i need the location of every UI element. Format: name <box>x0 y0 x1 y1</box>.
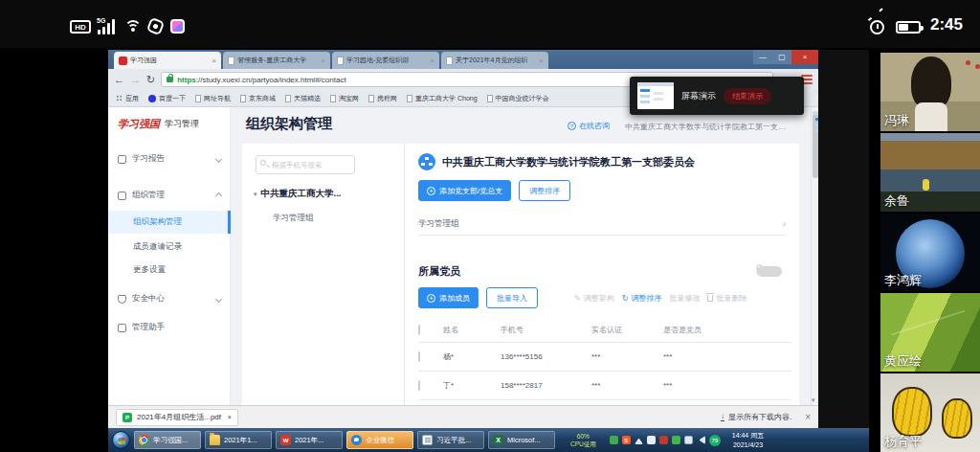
page-title: 组织架构管理 <box>246 115 332 133</box>
page-icon <box>330 95 336 102</box>
chrome-icon <box>139 435 149 445</box>
sogou-icon[interactable]: S <box>622 436 631 444</box>
reload-icon[interactable]: ↻ <box>146 74 155 86</box>
taskbar-excel-button[interactable]: X Microsof... <box>488 431 555 449</box>
participant-video[interactable]: 余鲁 <box>880 133 980 212</box>
participant-video[interactable]: 冯琳 <box>880 53 980 131</box>
bookmark-ctbu[interactable]: 重庆工商大学 Chong <box>407 94 478 103</box>
start-button[interactable] <box>112 431 130 449</box>
col-phone: 手机号 <box>501 325 591 335</box>
col-name: 姓名 <box>443 325 501 335</box>
bookmark-ctrip[interactable]: 携程网 <box>368 94 397 103</box>
taskbar-chrome-button[interactable]: 学习强国... <box>134 431 201 449</box>
tray-green-badge[interactable]: 79 <box>709 435 721 446</box>
maximize-button[interactable]: ▢ <box>772 50 791 64</box>
org-header: 中共重庆工商大学数学与统计学院教工第一支部委员会 <box>418 153 695 170</box>
sidebar-item-invite-records[interactable]: 成员邀请记录 <box>108 236 231 259</box>
close-button[interactable]: × <box>791 50 818 64</box>
group-row[interactable]: 学习管理组 › <box>418 213 786 236</box>
caret-down-icon[interactable]: ▾ <box>228 414 232 421</box>
sidebar-item-admin-assistant[interactable]: 管理助手 <box>108 316 231 339</box>
wechat-icon[interactable] <box>672 436 680 444</box>
batch-delete-link[interactable]: 批量删除 <box>707 293 746 304</box>
bell-icon[interactable] <box>647 436 656 444</box>
members-table: 姓名 手机号 实名认证 是否是党员 杨* 136****5156 *** *** <box>418 318 791 400</box>
sidebar-item-more-settings[interactable]: 更多设置 <box>108 259 231 282</box>
scrollbar-thumb[interactable] <box>813 111 818 178</box>
speaker-icon[interactable] <box>697 436 705 444</box>
bookmark-taobao[interactable]: 淘宝网 <box>330 94 359 103</box>
table-row[interactable]: 杨* 136****5156 *** *** <box>418 343 791 372</box>
tree-root-node[interactable]: ▾ 中共重庆工商大学... <box>254 188 341 200</box>
scroll-down-icon[interactable]: ▾ <box>812 396 815 404</box>
select-all-checkbox[interactable] <box>418 325 420 335</box>
adjust-structure-link[interactable]: ✎ 调整架构 <box>574 293 614 304</box>
batch-import-button[interactable]: 批量导入 <box>486 287 538 308</box>
bookmark-tmall[interactable]: 天猫精选 <box>285 94 321 103</box>
screen-share-overlay: 屏幕演示 结束演示 ⟋ <box>630 77 804 115</box>
taskbar-wecom-button[interactable]: 企业微信 <box>346 431 413 449</box>
tab-close-icon[interactable]: × <box>212 56 216 65</box>
cell-is-member: *** <box>663 381 791 390</box>
tray-security-icon[interactable] <box>659 436 668 444</box>
tray-battery-icon[interactable] <box>610 436 618 444</box>
participant-video[interactable]: 黄应绘 <box>880 293 980 372</box>
url-text: ://study.xuexi.cn/partyoa/index.html#/co… <box>196 76 346 84</box>
online-consult-link[interactable]: ? 在线咨询 <box>568 121 610 131</box>
tray-expand-icon[interactable] <box>635 436 643 444</box>
sidebar-item-org-structure[interactable]: 组织架构管理 <box>108 211 231 234</box>
taskbar-doc-button[interactable]: 习近平批... <box>417 431 484 449</box>
adjust-sort-link[interactable]: ↻ 调整排序 <box>622 293 662 304</box>
page-scrollbar[interactable]: ▾ <box>811 107 818 405</box>
bookmark-baidu[interactable]: 百度一下 <box>148 94 186 103</box>
header-org-text: 中共重庆工商大学数学与统计学院教工第一支… <box>625 122 802 132</box>
network-monitor-icon[interactable] <box>684 436 693 444</box>
bookmark-nav[interactable]: 网址导航 <box>195 94 231 103</box>
forward-icon[interactable]: → <box>130 74 141 85</box>
taskbar-clock[interactable]: 14:44 周五 2021/4/23 <box>732 431 764 448</box>
tab-study-garden[interactable]: 学习园地-党委组织部 × <box>332 52 439 69</box>
row-checkbox[interactable] <box>418 351 420 362</box>
tab-title: 学习园地-党委组织部 <box>346 56 409 65</box>
back-icon[interactable]: ← <box>114 74 124 85</box>
esim-app-icon <box>170 19 185 34</box>
tree-child-node[interactable]: 学习管理组 <box>273 213 314 224</box>
tab-close-icon[interactable]: × <box>321 56 325 65</box>
participant-video[interactable]: 杨育平 <box>880 373 980 452</box>
tab-close-icon[interactable]: × <box>430 56 434 65</box>
download-chip[interactable]: P 2021年4月组织生活...pdf ▾ <box>116 409 238 426</box>
baidu-icon <box>148 95 156 102</box>
show-all-downloads-link[interactable]: ↓ 显示所有下载内容. <box>721 412 791 422</box>
tab-april-org[interactable]: 关于2021年4月党的组织 × <box>441 52 548 69</box>
tab-admin-service[interactable]: 管理服务-重庆工商大学 × <box>223 52 330 69</box>
bookmark-apps[interactable]: 应用 <box>116 94 139 103</box>
row-checkbox[interactable] <box>418 380 420 391</box>
wps-doc-icon: W <box>280 435 291 445</box>
plus-icon: + <box>427 187 435 195</box>
overlay-expand-icon[interactable]: ⟋ <box>810 88 817 101</box>
shelf-close-icon[interactable]: × <box>805 412 811 422</box>
participant-video[interactable]: 李鸿辉 <box>880 214 980 292</box>
tab-xuexi[interactable]: 学习强国 × <box>114 52 221 69</box>
sidebar-item-study-report[interactable]: 学习报告 <box>108 147 231 170</box>
taskbar-folder-button[interactable]: 2021年1... <box>205 431 272 449</box>
sidebar-item-security-center[interactable]: 安全中心 <box>108 287 231 310</box>
minimize-button[interactable]: — <box>753 50 772 64</box>
apps-grid-icon <box>116 95 122 102</box>
add-branch-button[interactable]: + 添加党支部/党总支 <box>418 180 511 201</box>
search-input[interactable] <box>256 155 355 174</box>
tree-caret-icon[interactable]: ▾ <box>254 191 257 198</box>
window-controls: — ▢ × <box>753 50 818 64</box>
participants-column: 冯琳 余鲁 李鸿辉 黄应绘 杨育平 <box>880 53 980 452</box>
table-row[interactable]: 丁* 158****2817 *** *** <box>418 372 791 400</box>
sidebar-item-org-manage[interactable]: 组织管理 <box>108 184 231 207</box>
bookmark-jd[interactable]: 京东商城 <box>240 94 276 103</box>
tab-close-icon[interactable]: × <box>539 56 544 65</box>
adjust-sort-button[interactable]: 调整排序 <box>519 180 570 201</box>
add-member-button[interactable]: + 添加成员 <box>418 287 479 308</box>
taskbar-wps-button[interactable]: W 2021年... <box>276 431 343 449</box>
battery-icon <box>896 21 921 34</box>
batch-edit-link[interactable]: 批量修改 <box>669 293 700 304</box>
bookmark-stats-assoc[interactable]: 中国商业统计学会 <box>487 94 549 103</box>
end-share-button[interactable]: 结束演示 <box>724 88 771 104</box>
